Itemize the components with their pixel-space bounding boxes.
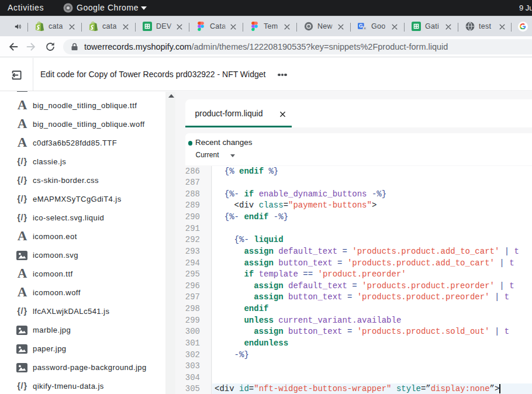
svg-text:G: G	[359, 23, 363, 29]
